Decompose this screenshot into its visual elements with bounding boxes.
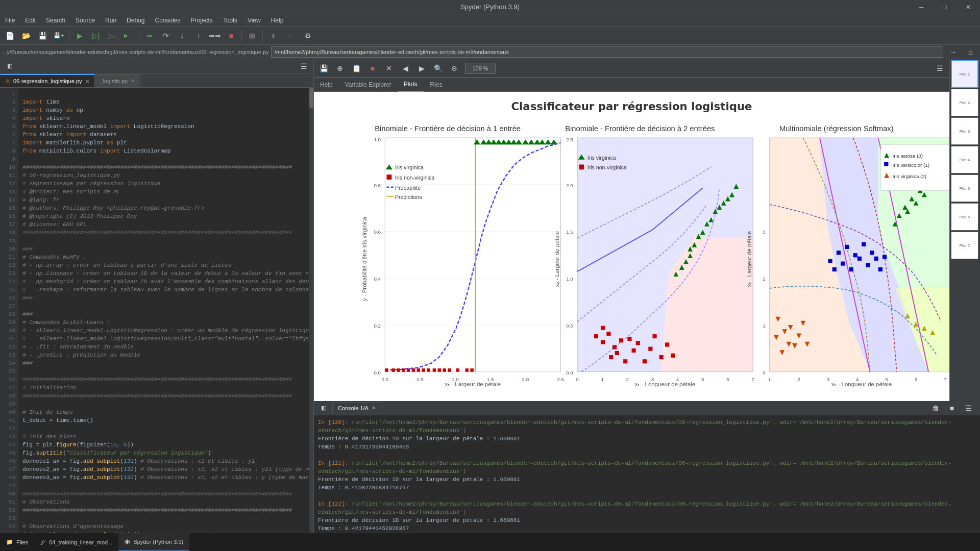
run-button[interactable]: ▶ — [72, 29, 87, 43]
menu-help[interactable]: Help — [266, 14, 289, 27]
menu-run[interactable]: Run — [100, 14, 121, 27]
plot-close-button[interactable]: ✕ — [381, 61, 397, 76]
svg-text:Iris setosa (0): Iris setosa (0) — [893, 153, 923, 159]
plot-zoom-button[interactable]: 🔍 — [430, 61, 446, 76]
menu-source[interactable]: Source — [70, 14, 100, 27]
editor-options-button[interactable]: ☰ — [296, 59, 311, 73]
tab-06-regression[interactable]: ⚠ 06-regression_logistique.py ✕ — [0, 74, 95, 87]
plot-prev-button[interactable]: ◀ — [398, 61, 413, 76]
console-clear-button[interactable]: 🗑 — [928, 401, 943, 415]
save-button[interactable]: 💾 — [35, 29, 50, 43]
step-button[interactable]: ↷ — [158, 29, 174, 43]
plot-svg: Classificateur par régression logistique… — [314, 92, 949, 401]
step-into-button[interactable]: ↓ — [175, 29, 190, 43]
zoom-level-input[interactable] — [465, 63, 496, 74]
menu-search[interactable]: Search — [41, 14, 70, 27]
close-tab-button[interactable]: ✕ — [85, 79, 89, 84]
plot-save-button[interactable]: 💾 — [316, 61, 331, 76]
console-stop-button[interactable]: ■ — [944, 401, 960, 415]
new-file-button[interactable]: 📄 — [2, 29, 17, 43]
svg-rect-89 — [601, 326, 605, 330]
console-tab-1[interactable]: Console 1/A ✕ — [332, 402, 381, 414]
svg-rect-94 — [623, 359, 627, 363]
debug-button[interactable]: ⇒ — [142, 29, 157, 43]
code-editor[interactable]: 12345 678910 1112131415 1617181920 21222… — [0, 88, 313, 540]
import-button[interactable]: ⊞ — [244, 29, 260, 43]
svg-rect-158 — [857, 257, 862, 261]
run-cell-advance-button[interactable]: ▷↓ — [105, 29, 120, 43]
tab-label: 06-regression_logistique.py — [13, 78, 82, 84]
menu-projects[interactable]: Projects — [186, 14, 218, 27]
taskbar-training[interactable]: 🖊 04_training_linear_mod... — [34, 533, 118, 552]
svg-text:2: 2 — [797, 377, 800, 382]
svg-rect-160 — [874, 257, 878, 261]
plot-panel-options[interactable]: ☰ — [932, 61, 947, 76]
step-return-button[interactable]: ↑ — [191, 29, 206, 43]
svg-text:7: 7 — [944, 377, 946, 382]
svg-text:Binomiale - Frontière de décis: Binomiale - Frontière de décision à 1 en… — [375, 124, 521, 133]
menu-edit[interactable]: Edit — [20, 14, 41, 27]
svg-text:4: 4 — [856, 377, 859, 382]
svg-text:Binomiale - Frontière de décis: Binomiale - Frontière de décision à 2 en… — [565, 124, 715, 133]
save-all-button[interactable]: 💾+ — [51, 29, 66, 43]
menu-file[interactable]: File — [0, 14, 20, 27]
continue-button[interactable]: ⇒⇒ — [207, 29, 223, 43]
tab-files[interactable]: Files — [424, 78, 449, 92]
svg-text:Probabilité: Probabilité — [395, 185, 421, 191]
menubar: File Edit Search Source Run Debug Consol… — [0, 14, 980, 27]
zoom-in-button[interactable]: + — [265, 29, 281, 43]
tab-help[interactable]: Help — [314, 78, 339, 92]
close-tab-2-button[interactable]: ✕ — [131, 78, 135, 84]
menu-view[interactable]: View — [242, 14, 266, 27]
tab-logistic[interactable]: _logistic.py ✕ — [95, 74, 140, 87]
run-cell-button[interactable]: ▷| — [88, 29, 104, 43]
svg-rect-26 — [391, 368, 395, 372]
thumbnail-4[interactable]: Plot 4 — [951, 146, 978, 173]
svg-text:6: 6 — [726, 377, 729, 382]
taskbar-spyder[interactable]: 🕷 Spyder (Python 3.9) — [118, 533, 189, 552]
code-content[interactable]: import time import numpy as np import sk… — [18, 88, 309, 536]
right-panel-tabs: Help Variable Explorer Plots Files — [314, 78, 949, 92]
taskbar-spyder-icon: 🕷 — [125, 539, 130, 545]
thumbnail-3[interactable]: Plot 3 — [951, 117, 978, 145]
thumbnail-6[interactable]: Plot 6 — [951, 203, 978, 231]
svg-rect-157 — [849, 267, 853, 271]
path-go-button[interactable]: → — [945, 45, 961, 59]
path-input[interactable] — [271, 46, 943, 58]
tab-plots[interactable]: Plots — [398, 78, 424, 92]
editor-scrollbar-v[interactable] — [309, 88, 313, 536]
svg-text:2.0: 2.0 — [566, 183, 573, 188]
plot-stop-button[interactable]: ■ — [365, 61, 380, 76]
console-output[interactable]: In [120]: runfile('/mnt/home2/phroy/Bure… — [314, 415, 980, 544]
svg-rect-58 — [387, 174, 392, 180]
thumbnail-5[interactable]: Plot 5 — [951, 174, 978, 202]
minimize-button[interactable]: ─ — [910, 0, 933, 14]
maximize-button[interactable]: □ — [933, 0, 957, 14]
stop-debug-button[interactable]: ■ — [224, 29, 239, 43]
thumbnail-2[interactable]: Plot 2 — [951, 89, 978, 116]
zoom-out-button[interactable]: - — [282, 29, 297, 43]
tab-variable-explorer[interactable]: Variable Explorer — [339, 78, 398, 92]
console-options-button[interactable]: ☰ — [961, 401, 976, 415]
close-button[interactable]: ✕ — [957, 0, 980, 14]
menu-debug[interactable]: Debug — [121, 14, 150, 27]
svg-rect-93 — [609, 355, 613, 359]
thumbnail-1[interactable]: Plot 1 — [951, 60, 978, 88]
menu-tools[interactable]: Tools — [218, 14, 242, 27]
preferences-button[interactable]: ⚙ — [300, 29, 315, 43]
editor-panel-toggle[interactable]: ◧ — [2, 59, 17, 73]
console-panel-toggle[interactable]: ◧ — [316, 401, 331, 415]
menu-consoles[interactable]: Consoles — [150, 14, 185, 27]
svg-rect-96 — [648, 347, 652, 351]
run-line-button[interactable]: ▶— — [121, 29, 136, 43]
taskbar-files[interactable]: 📁 Files — [0, 533, 34, 552]
plot-zoom-out-icon[interactable]: ⊖ — [447, 61, 462, 76]
thumbnail-7[interactable]: Plot 7 — [951, 232, 978, 259]
plot-copy-button[interactable]: ⊕ — [332, 61, 348, 76]
open-file-button[interactable]: 📂 — [18, 29, 34, 43]
plot-next-button[interactable]: ▶ — [414, 61, 429, 76]
plot-copy2-button[interactable]: 📋 — [349, 61, 364, 76]
svg-rect-101 — [671, 354, 675, 358]
path-home-button[interactable]: ⌂ — [963, 45, 978, 59]
close-console-button[interactable]: ✕ — [372, 405, 376, 411]
